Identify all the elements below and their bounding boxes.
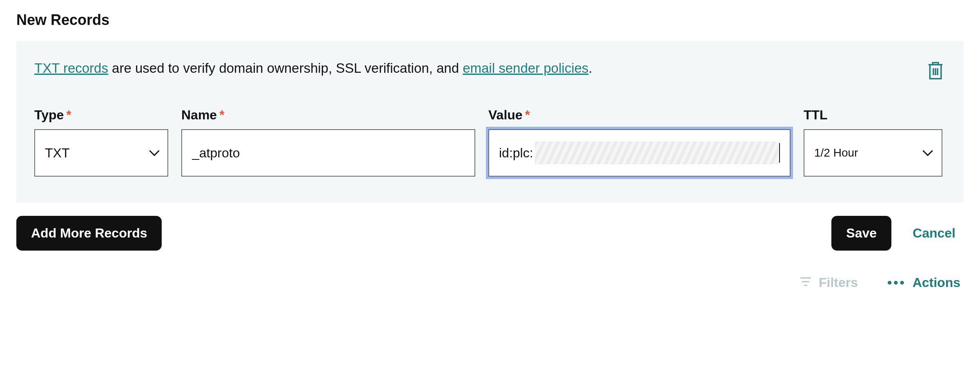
- ttl-value: 1/2 Hour: [814, 146, 858, 159]
- add-more-records-button[interactable]: Add More Records: [16, 216, 162, 251]
- text-cursor: [779, 143, 780, 163]
- type-field: Type* TXT: [34, 108, 168, 177]
- ttl-select[interactable]: 1/2 Hour: [804, 129, 942, 177]
- record-description: TXT records are used to verify domain ow…: [34, 59, 592, 78]
- required-asterisk: *: [525, 108, 530, 122]
- type-select[interactable]: TXT: [34, 129, 168, 177]
- actions-button[interactable]: ••• Actions: [887, 275, 960, 290]
- ellipsis-icon: •••: [887, 275, 906, 290]
- name-input[interactable]: [181, 129, 475, 177]
- description-middle: are used to verify domain ownership, SSL…: [108, 61, 463, 76]
- value-prefix: id:plc:: [499, 146, 533, 161]
- type-label: Type*: [34, 108, 168, 123]
- redacted-value: [535, 141, 778, 164]
- required-asterisk: *: [66, 108, 71, 122]
- filters-button[interactable]: Filters: [799, 275, 858, 290]
- ttl-label: TTL: [804, 108, 942, 123]
- email-policies-link[interactable]: email sender policies: [463, 61, 588, 76]
- delete-record-button[interactable]: [925, 59, 946, 83]
- value-field: Value* id:plc:: [488, 108, 791, 177]
- ttl-field: TTL 1/2 Hour: [804, 108, 942, 177]
- value-input[interactable]: id:plc:: [488, 129, 791, 177]
- filter-icon: [799, 275, 812, 290]
- save-button[interactable]: Save: [831, 216, 891, 251]
- actions-label: Actions: [913, 275, 960, 290]
- filters-label: Filters: [819, 275, 858, 290]
- value-label: Value*: [488, 108, 791, 123]
- trash-icon: [927, 61, 944, 81]
- name-field: Name*: [181, 108, 475, 177]
- description-end: .: [588, 61, 592, 76]
- txt-records-link[interactable]: TXT records: [34, 61, 108, 76]
- page-title: New Records: [16, 11, 964, 29]
- new-record-panel: TXT records are used to verify domain ow…: [16, 41, 964, 203]
- required-asterisk: *: [219, 108, 224, 122]
- chevron-down-icon: [922, 146, 933, 159]
- type-value: TXT: [45, 146, 69, 161]
- cancel-button[interactable]: Cancel: [904, 216, 964, 251]
- name-label: Name*: [181, 108, 475, 123]
